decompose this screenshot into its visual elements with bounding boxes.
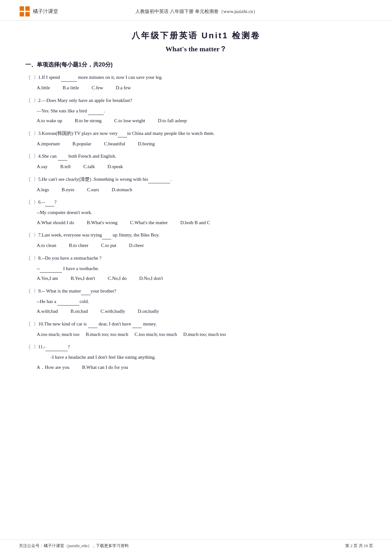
main-content: 八年级下册英语 Unit1 检测卷 What's the matter？ 一、单…: [0, 21, 392, 395]
q1-opt-d: D.a few: [116, 84, 131, 92]
q1-opt-a: A.little: [37, 84, 50, 92]
q9-line: 〈 〉9.-- What is the matteryour brother?: [25, 287, 367, 296]
question-7: 〈 〉7.Last week, everyone was trying up J…: [25, 231, 367, 250]
question-1: 〈 〉1.If I spend more minutes on it, now …: [25, 73, 367, 92]
footer: 关注公众号：橘子汁课堂（juzizhi_edu），下载更多学习资料 第 2 页 …: [0, 539, 392, 549]
q3-options: A.important B.popular C.beautiful D.bori…: [37, 140, 367, 148]
main-title: 八年级下册英语 Unit1 检测卷: [25, 30, 367, 41]
q5-opt-a: A.legs: [37, 186, 49, 194]
q7-bracket-open: 〈: [25, 231, 31, 240]
q1-bracket-open: 〈: [25, 73, 31, 82]
q2-opt-d: D.to fall asleep: [158, 117, 187, 125]
q9-opt-b: B.on;bad: [71, 307, 88, 316]
q3-num: 〉3.Korean(韩国的) TV plays are now veryin C…: [32, 129, 215, 138]
q1-line: 〈 〉1.If I spend more minutes on it, now …: [25, 73, 367, 82]
question-6: 〈 〉6.--? --My computer doesn't work. A.W…: [25, 198, 367, 227]
q1-num: 〉1.If I spend more minutes on it, now I …: [32, 73, 163, 82]
q4-line: 〈 〉4.She can both French and English.: [25, 152, 367, 161]
q4-opt-d: D.speak: [108, 163, 123, 171]
q2-opt-a: A.to wake up: [37, 117, 62, 125]
q9-options: A.with;bad B.on;bad C.with;badly D.on;ba…: [37, 307, 367, 316]
q9-bracket-open: 〈: [25, 287, 31, 296]
q6-bracket-open: 〈: [25, 198, 31, 207]
svg-rect-1: [25, 6, 30, 11]
q10-opt-a: A.too much; much too: [37, 331, 79, 339]
q7-num: 〉7.Last week, everyone was trying up Jim…: [32, 231, 159, 239]
q9-opt-a: A.with;bad: [37, 307, 58, 316]
q7-options: A.to clean B.to cheer C.to put D.cheer: [37, 242, 367, 250]
q1-options: A.little B.a little C.few D.a few: [37, 84, 367, 92]
q11-line: 〈 〉11.-?: [25, 343, 367, 351]
q5-opt-b: B.eyes: [62, 186, 74, 194]
question-4: 〈 〉4.She can both French and English. A.…: [25, 152, 367, 171]
q7-opt-d: D.cheer: [129, 242, 144, 250]
q8-opt-b: B.Yes,I don't: [71, 274, 95, 283]
q9-opt-c: C.with;badly: [101, 307, 125, 316]
q6-opt-a: A.What should I do: [37, 219, 74, 227]
q5-options: A.legs B.eyes C.ears D.stomach: [37, 186, 367, 194]
question-5: 〈 〉5.He can't see clearly(清楚) .Something…: [25, 175, 367, 194]
logo-area: 橘子汁课堂: [19, 6, 58, 17]
q6-opt-c: C.What's the matter: [130, 219, 168, 227]
q3-line: 〈 〉3.Korean(韩国的) TV plays are now veryin…: [25, 129, 367, 138]
q10-opt-b: B.much too; too much: [86, 331, 128, 339]
page-wrapper: 橘子汁课堂 人教版初中英语 八年级下册 单元检测卷（www.juzizhi.cn…: [0, 0, 392, 555]
q3-bracket-open: 〈: [25, 129, 31, 138]
q8-opt-c: C.No,I do: [108, 274, 127, 283]
q11-opt-a: A．How are you: [37, 363, 69, 372]
header-title: 人教版初中英语 八年级下册 单元检测卷（www.juzizhi.cn）: [58, 9, 335, 15]
q9-sub: --He has a cold.: [37, 298, 367, 306]
q8-opt-d: D.No,I don't: [139, 274, 163, 283]
svg-rect-3: [25, 12, 30, 16]
subtitle: What's the matter？: [25, 44, 367, 54]
q8-opt-a: A.Yes,I am: [37, 274, 58, 283]
q10-options: A.too much; much too B.much too; too muc…: [37, 331, 367, 339]
q2-line: 〈 〉2.—Does Mary only have an apple for b…: [25, 97, 367, 105]
q5-line: 〈 〉5.He can't see clearly(清楚) .Something…: [25, 175, 367, 184]
q2-opt-b: B.to be strong: [75, 117, 102, 125]
q8-line: 〈 〉8.--Do you have a stomachache ?: [25, 254, 367, 263]
q3-opt-d: D.boring: [138, 140, 155, 148]
q4-opt-c: C.talk: [84, 163, 95, 171]
q8-sub: -- I have a toothache.: [37, 265, 367, 273]
q3-opt-c: C.beautiful: [104, 140, 125, 148]
q6-opt-d: D.both B and C: [180, 219, 210, 227]
q11-options: A．How are you B.What can I do for you: [37, 363, 367, 372]
q6-num: 〉6.--?: [32, 198, 57, 206]
q4-bracket-open: 〈: [25, 152, 31, 161]
q9-num: 〉9.-- What is the matteryour brother?: [32, 287, 116, 295]
q9-opt-d: D.on;badly: [138, 307, 159, 316]
q8-options: A.Yes,I am B.Yes,I don't C.No,I do D.No,…: [37, 274, 367, 283]
q6-options: A.What should I do B.What's wrong C.What…: [37, 219, 367, 227]
logo-text: 橘子汁课堂: [33, 8, 58, 15]
q2-bracket-open: 〈: [25, 97, 31, 105]
q7-line: 〈 〉7.Last week, everyone was trying up J…: [25, 231, 367, 240]
q5-opt-c: C.ears: [87, 186, 99, 194]
q10-opt-c: C.too much; too much: [134, 331, 177, 339]
q2-num: 〉2.—Does Mary only have an apple for bre…: [32, 97, 132, 105]
question-8: 〈 〉8.--Do you have a stomachache ? -- I …: [25, 254, 367, 283]
question-11: 〈 〉11.-? -I have a headache and I don't …: [25, 343, 367, 371]
q2-opt-c: C.to lose weight: [114, 117, 145, 125]
question-9: 〈 〉9.-- What is the matteryour brother? …: [25, 287, 367, 316]
q6-line: 〈 〉6.--?: [25, 198, 367, 207]
svg-rect-0: [20, 6, 24, 11]
header: 橘子汁课堂 人教版初中英语 八年级下册 单元检测卷（www.juzizhi.cn…: [0, 0, 392, 21]
logo-icon: [19, 6, 30, 17]
question-10: 〈 〉10.The new kind of car is dear, I don…: [25, 320, 367, 339]
footer-right: 第 2 页 共 10 页: [345, 543, 373, 549]
q4-opt-b: B.tell: [60, 163, 71, 171]
q11-num: 〉11.-?: [32, 343, 70, 351]
footer-left: 关注公众号：橘子汁课堂（juzizhi_edu），下载更多学习资料: [19, 543, 129, 549]
q1-opt-b: B.a little: [63, 84, 79, 92]
question-3: 〈 〉3.Korean(韩国的) TV plays are now veryin…: [25, 129, 367, 148]
q8-num: 〉8.--Do you have a stomachache ?: [32, 254, 102, 262]
q5-num: 〉5.He can't see clearly(清楚) .Something i…: [32, 175, 171, 184]
svg-rect-2: [20, 12, 24, 16]
q2-options: A.to wake up B.to be strong C.to lose we…: [37, 117, 367, 125]
q2-sub: —Yes. She eats like a bird .: [37, 107, 367, 115]
q11-sub: -I have a headache and I don't feel like…: [51, 353, 367, 362]
q6-opt-b: B.What's wrong: [87, 219, 117, 227]
q10-line: 〈 〉10.The new kind of car is dear, I don…: [25, 320, 367, 329]
q10-bracket-open: 〈: [25, 320, 31, 329]
